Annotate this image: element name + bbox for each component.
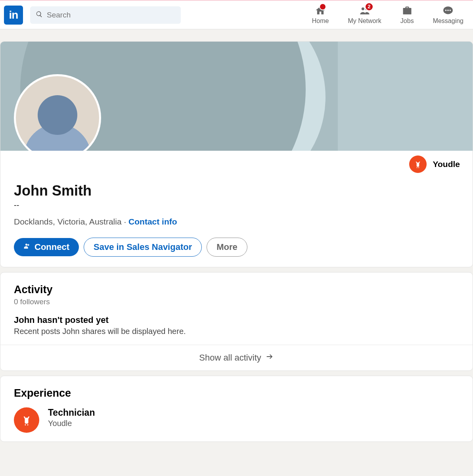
save-label: Save in Sales Navigator xyxy=(94,242,192,252)
jobs-icon xyxy=(402,6,413,16)
connect-button[interactable]: Connect xyxy=(14,238,79,256)
more-button[interactable]: More xyxy=(207,238,247,257)
more-label: More xyxy=(216,242,237,252)
experience-title: Experience xyxy=(14,387,459,399)
search-input[interactable] xyxy=(47,11,175,19)
company-name: Youdle xyxy=(433,159,460,169)
search-icon xyxy=(36,11,47,19)
svg-point-1 xyxy=(445,10,446,11)
nav-jobs-label: Jobs xyxy=(400,17,414,25)
svg-point-3 xyxy=(450,10,451,11)
nav-network[interactable]: My Network 2 xyxy=(348,6,381,25)
messaging-icon xyxy=(442,6,454,16)
connect-icon xyxy=(23,242,31,252)
company-link[interactable]: Youdle xyxy=(409,155,460,173)
arrow-right-icon xyxy=(265,352,274,363)
nav-jobs[interactable]: Jobs xyxy=(400,6,414,25)
experience-company-logo-icon xyxy=(14,407,39,433)
activity-empty-title: John hasn't posted yet xyxy=(14,315,459,325)
show-all-activity-button[interactable]: Show all activity xyxy=(0,345,473,370)
experience-card: Experience Technician Youdle xyxy=(0,376,473,442)
profile-card: Youdle John Smith -- Docklands, Victoria… xyxy=(0,41,473,267)
search-box[interactable] xyxy=(30,6,181,24)
followers-count: 0 followers xyxy=(14,298,459,306)
experience-item[interactable]: Technician Youdle xyxy=(14,407,459,433)
nav-home-label: Home xyxy=(312,17,329,25)
profile-actions: Connect Save in Sales Navigator More xyxy=(14,238,459,257)
activity-title: Activity xyxy=(14,284,459,296)
location-line: Docklands, Victoria, Australia · Contact… xyxy=(14,217,459,226)
nav-home[interactable]: Home xyxy=(312,6,329,25)
company-logo-icon xyxy=(409,155,427,173)
cover-image xyxy=(0,42,473,151)
linkedin-logo[interactable]: in xyxy=(4,6,23,25)
profile-headline: -- xyxy=(14,201,459,210)
top-bar: in Home My Network 2 Jobs xyxy=(0,0,473,29)
profile-name: John Smith xyxy=(14,182,459,199)
experience-role: Technician xyxy=(48,407,95,418)
home-badge-dot xyxy=(319,3,326,10)
contact-info-link[interactable]: Contact info xyxy=(128,217,177,226)
show-all-activity-label: Show all activity xyxy=(199,353,261,363)
network-badge: 2 xyxy=(365,2,373,11)
experience-company: Youdle xyxy=(48,419,95,428)
connect-label: Connect xyxy=(34,242,69,252)
activity-empty-body: Recent posts John shares will be display… xyxy=(14,327,459,336)
activity-card: Activity 0 followers John hasn't posted … xyxy=(0,272,473,371)
top-nav: Home My Network 2 Jobs Messaging xyxy=(312,1,469,29)
save-sales-nav-button[interactable]: Save in Sales Navigator xyxy=(84,238,202,257)
profile-location: Docklands, Victoria, Australia xyxy=(14,217,122,226)
nav-messaging[interactable]: Messaging xyxy=(433,6,463,25)
svg-point-2 xyxy=(448,10,449,11)
nav-messaging-label: Messaging xyxy=(433,17,463,25)
nav-network-label: My Network xyxy=(348,17,381,25)
